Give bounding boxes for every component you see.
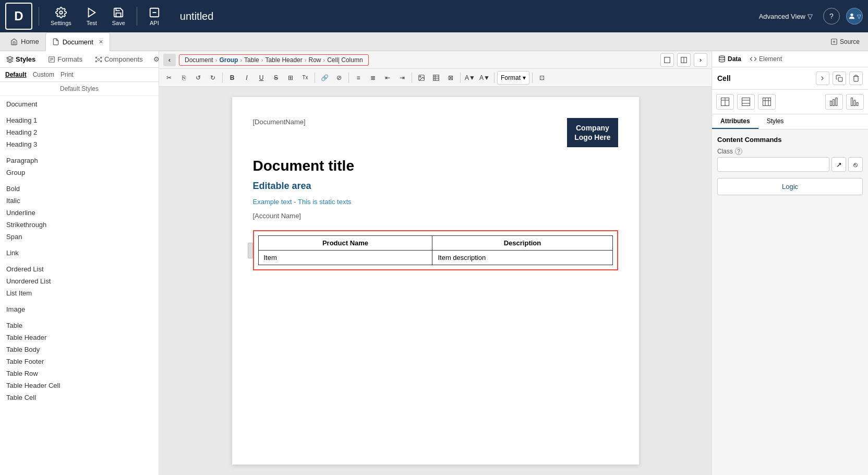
text-button[interactable]: Tx xyxy=(298,71,312,85)
breadcrumb-view-btn-1[interactable] xyxy=(660,53,674,67)
advanced-view-button[interactable]: Advanced View ▽ xyxy=(755,10,817,22)
style-item-table-body[interactable]: Table Body xyxy=(0,343,159,355)
filter-custom[interactable]: Custom xyxy=(33,71,54,78)
save-button[interactable]: Save xyxy=(107,4,130,29)
image-button[interactable] xyxy=(415,71,428,85)
special-char-button[interactable]: ⊠ xyxy=(444,71,457,85)
sidebar-settings-button[interactable]: ⚙ xyxy=(153,55,160,63)
style-item-unordered-list[interactable]: Unordered List xyxy=(0,275,159,287)
style-item-paragraph[interactable]: Paragraph xyxy=(0,155,159,167)
col2-header[interactable]: Description xyxy=(432,236,612,251)
unordered-list-button[interactable]: ≣ xyxy=(366,71,380,85)
right-tab-data[interactable]: Data xyxy=(716,54,743,64)
cell-icon-btn-2[interactable] xyxy=(833,72,846,85)
style-item-table[interactable]: Table xyxy=(0,319,159,331)
app-logo[interactable]: D xyxy=(5,3,32,30)
logic-button[interactable]: Logic xyxy=(717,178,863,195)
outdent-button[interactable]: ⇤ xyxy=(381,71,394,85)
style-item-table-header-cell[interactable]: Table Header Cell xyxy=(0,379,159,391)
class-external-btn[interactable]: ⎋ xyxy=(848,157,863,172)
undo-button[interactable]: ↺ xyxy=(191,71,205,85)
style-item-bold[interactable]: Bold xyxy=(0,183,159,195)
style-item-list-item[interactable]: List Item xyxy=(0,287,159,299)
sidebar-tab-components[interactable]: Components xyxy=(93,54,145,64)
breadcrumb-table-header[interactable]: Table Header xyxy=(264,56,303,64)
font-color-button[interactable]: A▼ xyxy=(463,71,477,85)
style-item-document[interactable]: Document xyxy=(0,98,159,110)
table-cell-item[interactable]: Item xyxy=(258,251,432,265)
class-expand-btn[interactable]: ↗ xyxy=(831,157,846,172)
sidebar-tab-formats[interactable]: Formats xyxy=(46,54,85,64)
table-layout-btn-1[interactable] xyxy=(716,94,734,110)
table-chart-btn-2[interactable] xyxy=(846,94,864,110)
filter-default[interactable]: Default xyxy=(5,71,27,78)
cell-icon-btn-1[interactable] xyxy=(816,72,829,85)
ordered-list-button[interactable]: ≡ xyxy=(352,71,365,85)
breadcrumb-group[interactable]: Group xyxy=(218,56,239,64)
settings-button[interactable]: Settings xyxy=(45,4,77,29)
col1-header[interactable]: Product Name xyxy=(258,236,432,251)
underline-button[interactable]: U xyxy=(255,71,268,85)
breadcrumb-toggle-button[interactable]: ‹ xyxy=(163,54,176,66)
style-item-table-row[interactable]: Table Row xyxy=(0,367,159,379)
strikethrough-button[interactable]: S xyxy=(269,71,283,85)
breadcrumb-table[interactable]: Table xyxy=(243,56,260,64)
bold-button[interactable]: B xyxy=(225,71,239,85)
tab-document[interactable]: Document ✕ xyxy=(45,32,110,51)
tab-home[interactable]: Home xyxy=(4,32,45,51)
source-button[interactable]: Source xyxy=(826,36,864,48)
unlink-button[interactable]: ⊘ xyxy=(332,71,346,85)
filter-print[interactable]: Print xyxy=(61,71,74,78)
style-item-span[interactable]: Span xyxy=(0,231,159,243)
right-tab-element[interactable]: Element xyxy=(748,54,784,64)
style-item-italic[interactable]: Italic xyxy=(0,195,159,207)
group-handle[interactable] xyxy=(248,243,253,258)
breadcrumb-view-btn-2[interactable] xyxy=(677,53,691,67)
format-dropdown[interactable]: Format ▾ xyxy=(497,71,529,85)
table-layout-btn-2[interactable] xyxy=(737,94,755,110)
style-item-underline[interactable]: Underline xyxy=(0,207,159,219)
style-item-strikethrough[interactable]: Strikethrough xyxy=(0,219,159,231)
italic-button[interactable]: I xyxy=(240,71,254,85)
style-item-link[interactable]: Link xyxy=(0,247,159,259)
class-input-field[interactable] xyxy=(717,157,829,172)
redo-button[interactable]: ↻ xyxy=(206,71,220,85)
test-button[interactable]: Test xyxy=(81,4,103,29)
sidebar-tab-styles[interactable]: Styles xyxy=(4,54,38,64)
tab-close-document[interactable]: ✕ xyxy=(99,39,103,45)
bg-color-button[interactable]: A▼ xyxy=(478,71,491,85)
table-layout-btn-3[interactable] xyxy=(758,94,776,110)
copy-button[interactable]: ⎘ xyxy=(177,71,190,85)
attr-tab-styles[interactable]: Styles xyxy=(758,114,792,129)
api-button[interactable]: API xyxy=(143,4,165,29)
table-row: Item Item description xyxy=(258,251,612,265)
attr-tab-attributes[interactable]: Attributes xyxy=(712,114,758,129)
indent-button[interactable]: ⇥ xyxy=(395,71,409,85)
style-item-heading1[interactable]: Heading 1 xyxy=(0,114,159,126)
cell-icon-btn-3[interactable] xyxy=(849,72,863,85)
table-cell-description[interactable]: Item description xyxy=(432,251,612,265)
user-button[interactable]: ▽ xyxy=(846,8,863,25)
breadcrumb-row[interactable]: Row xyxy=(307,56,322,64)
link-button[interactable]: 🔗 xyxy=(318,71,331,85)
breadcrumb-cell-column[interactable]: Cell| Column xyxy=(326,56,364,64)
editable-area-heading[interactable]: Editable area xyxy=(253,181,618,192)
breadcrumb-document[interactable]: Document xyxy=(184,56,214,64)
style-item-group[interactable]: Group xyxy=(0,167,159,179)
table-chart-btn-1[interactable] xyxy=(825,94,843,110)
cut-button[interactable]: ✂ xyxy=(162,71,176,85)
style-item-image[interactable]: Image xyxy=(0,303,159,315)
breadcrumb-expand-btn[interactable]: › xyxy=(694,53,707,67)
style-item-heading3[interactable]: Heading 3 xyxy=(0,138,159,150)
more-button[interactable]: ⊡ xyxy=(535,71,549,85)
box-button[interactable]: ⊞ xyxy=(284,71,297,85)
style-item-table-header[interactable]: Table Header xyxy=(0,331,159,343)
style-item-table-footer[interactable]: Table Footer xyxy=(0,355,159,367)
class-help-icon[interactable]: ? xyxy=(735,148,742,155)
style-item-ordered-list[interactable]: Ordered List xyxy=(0,263,159,275)
doc-title[interactable]: Document title xyxy=(253,158,618,174)
table-insert-button[interactable] xyxy=(429,71,443,85)
style-item-table-cell[interactable]: Table Cell xyxy=(0,391,159,403)
help-button[interactable]: ? xyxy=(823,8,840,25)
style-item-heading2[interactable]: Heading 2 xyxy=(0,126,159,138)
